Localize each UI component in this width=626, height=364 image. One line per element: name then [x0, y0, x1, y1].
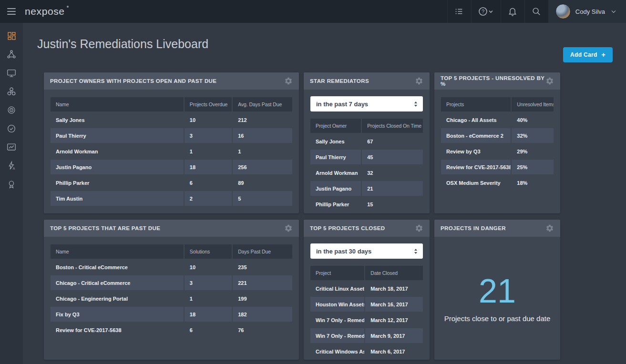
sidebar-item-reports[interactable]: [0, 142, 23, 153]
sidebar-item-remediations[interactable]: [0, 123, 23, 134]
card-top5-closed: TOP 5 PROJECTS CLOSED in the past 30 day…: [304, 220, 430, 360]
card-header: PROJECTS IN DANGER: [434, 220, 560, 237]
table-cell: Justin Pagano: [51, 160, 184, 174]
card-title: TOP 5 PROJECTS - UNRESOLVED BY %: [441, 75, 545, 87]
sidebar-item-assets[interactable]: [0, 49, 23, 60]
table-cell: 221: [232, 275, 292, 290]
bell-icon: [507, 6, 518, 17]
table-cell: Arnold Workman: [310, 165, 361, 180]
table-cell: Arnold Workman: [51, 144, 184, 159]
search-button[interactable]: [524, 0, 548, 23]
gear-icon[interactable]: [415, 77, 423, 85]
table-row: Paul Thierry45: [310, 150, 423, 164]
table-cell: 10: [184, 260, 232, 274]
hamburger-menu-button[interactable]: [0, 0, 23, 23]
table-cell: Critical Windows Assets Only: [310, 344, 364, 359]
card-body: in the past 7 days Project OwnerProjects…: [304, 90, 430, 213]
card-title: STAR REMEDIATORS: [310, 78, 369, 84]
table-cell: 1: [232, 144, 292, 159]
page-title: Justin's Remediations Liveboard: [37, 37, 208, 51]
table-row: Tim Austin25: [51, 191, 292, 206]
table-cell: Chicago - Engineering Portal: [51, 291, 184, 306]
table-cell: 40%: [511, 112, 554, 127]
svg-text:A: A: [13, 167, 15, 170]
add-card-button[interactable]: Add Card +: [563, 47, 613, 62]
plus-icon: +: [602, 51, 605, 59]
help-menu-button[interactable]: ?: [471, 0, 501, 23]
table-row: Chicago - All Assets40%: [441, 112, 554, 127]
table-row: Phillip Parker15: [310, 197, 423, 212]
data-table: Project OwnerProjects Closed On Time Sal…: [310, 118, 423, 212]
card-header: TOP 5 PROJECTS - UNRESOLVED BY %: [434, 72, 560, 90]
column-header: Projects Overdue: [184, 97, 232, 111]
menu-icon: [7, 8, 16, 15]
column-header: Avg. Days Past Due: [232, 97, 292, 111]
gear-icon[interactable]: [545, 77, 554, 85]
card-star-remediators: STAR REMEDIATORS in the past 7 days Proj…: [304, 72, 430, 213]
card-project-owners-past-due: PROJECT OWNERS WITH PROJECTS OPEN AND PA…: [44, 72, 299, 213]
gear-icon[interactable]: [545, 224, 554, 233]
list-icon: [454, 6, 464, 17]
table-row: Win 7 Only - Remediation for Q3March 9, …: [310, 328, 423, 343]
table-cell: Paul Thierry: [310, 150, 361, 164]
sidebar-item-dashboards[interactable]: [0, 30, 23, 41]
table-row: Justin Pagano18256: [51, 160, 292, 174]
gear-icon[interactable]: [415, 224, 423, 233]
table-cell: Critical Linux Assets Only: [310, 281, 364, 296]
user-name: Cody Silva: [575, 8, 605, 15]
table-cell: Sally Jones: [310, 134, 361, 149]
notifications-button[interactable]: [501, 0, 524, 23]
card-body: NameSolutionsDays Past Due Boston - Crit…: [44, 237, 299, 360]
table-cell: 5: [232, 191, 292, 206]
monitor-icon: [6, 68, 17, 78]
table-cell: 21: [361, 181, 423, 196]
card-header: TOP 5 PROJECTS THAT ARE PAST DUE: [44, 220, 299, 237]
table-cell: 2: [184, 191, 232, 206]
chart-icon: [6, 142, 17, 152]
danger-count: 21: [479, 274, 516, 308]
table-cell: Sally Jones: [51, 112, 184, 127]
card-top5-unresolved: TOP 5 PROJECTS - UNRESOLVED BY % Project…: [434, 72, 560, 213]
sidebar-item-console[interactable]: [0, 67, 23, 79]
table-cell: 32%: [511, 128, 554, 143]
column-header: Projects Closed On Time: [361, 119, 423, 133]
card-title: TOP 5 PROJECTS THAT ARE PAST DUE: [50, 225, 160, 231]
sidebar-item-automated-actions[interactable]: A: [0, 160, 23, 172]
list-view-button[interactable]: [447, 0, 471, 23]
table-row: Boston - eCommerce 232%: [441, 128, 554, 143]
timeframe-select[interactable]: in the past 30 days: [310, 243, 423, 259]
table-cell: Paul Thierry: [51, 128, 184, 143]
sidebar-item-vulnerabilities[interactable]: [0, 86, 23, 97]
gear-icon[interactable]: [284, 77, 293, 85]
table-row: Sally Jones67: [310, 134, 423, 149]
table-cell: Houston Win Assets with CVSS > 7: [310, 297, 364, 312]
sidebar-item-policies[interactable]: [0, 104, 23, 116]
card-header: PROJECT OWNERS WITH PROJECTS OPEN AND PA…: [44, 72, 299, 90]
column-header: Days Past Due: [232, 244, 292, 259]
table-cell: Phillip Parker: [51, 175, 184, 190]
timeframe-select-value: in the past 30 days: [316, 248, 371, 255]
table-cell: 199: [232, 291, 292, 306]
table-cell: 256: [232, 160, 292, 174]
timeframe-select[interactable]: in the past 7 days: [310, 96, 423, 111]
card-title: PROJECTS IN DANGER: [441, 225, 506, 231]
gear-icon[interactable]: [284, 224, 293, 233]
table-cell: 3: [184, 275, 232, 290]
check-circle-icon: [6, 123, 17, 134]
table-cell: March 12, 2017: [364, 313, 423, 327]
column-header: Project Owner: [310, 119, 361, 133]
page-header: Justin's Remediations Liveboard Add Card…: [23, 23, 626, 72]
sidebar-item-goals[interactable]: [0, 179, 23, 190]
table-row: Review for CVE-2017-563825%: [441, 160, 554, 174]
table-cell: 32: [361, 165, 423, 180]
data-table: ProjectDate Closed Critical Linux Assets…: [310, 265, 423, 360]
table-row: Houston Win Assets with CVSS > 7March 16…: [310, 297, 423, 312]
table-cell: 212: [232, 112, 292, 127]
table-row: Critical Linux Assets OnlyMarch 18, 2017: [310, 281, 423, 296]
table-cell: 235: [232, 260, 292, 274]
app-logo: nexpose: [25, 6, 65, 17]
user-menu[interactable]: Cody Silva: [548, 0, 626, 23]
table-row: Phillip Parker689: [51, 175, 292, 190]
table-row: Justin Pagano21: [310, 181, 423, 196]
card-header: STAR REMEDIATORS: [304, 72, 430, 90]
